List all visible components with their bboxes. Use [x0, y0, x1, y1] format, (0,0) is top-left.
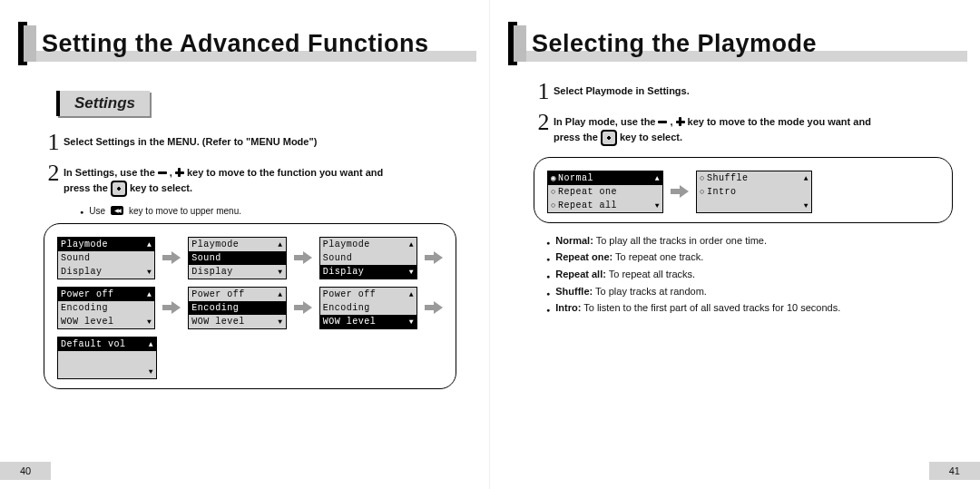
- bullet-icon: [546, 299, 550, 317]
- scroll-down-icon: ▼: [278, 318, 282, 326]
- scroll-up-icon: ▲: [655, 174, 660, 182]
- step-number: 2: [44, 161, 64, 185]
- playmode-descriptions: Normal: To play all the tracks in order …: [546, 232, 944, 317]
- step-2-right: 2 In Play mode, use the , key to move to…: [490, 107, 980, 150]
- step-text-part: key to select.: [620, 130, 682, 145]
- page-title-left: Setting the Advanced Functions: [42, 30, 429, 58]
- scroll-down-icon: ▼: [655, 201, 660, 210]
- menu-row-playmode: Normal▲ Repeat one Repeat all▼ Shuffle▲ …: [547, 171, 939, 213]
- menu-screen: Power off▲ Encoding WOW level▼: [57, 287, 155, 329]
- menu-item: Shuffle: [707, 173, 749, 183]
- scroll-up-icon: ▲: [278, 240, 282, 249]
- scroll-up-icon: ▲: [147, 240, 152, 249]
- menu-row-group1: Playmode▲ Sound Display▼ Playmode▲ Sound…: [57, 237, 443, 279]
- step-1-right: 1 Select Playmode in Settings.: [490, 76, 980, 107]
- radio-icon: [551, 187, 558, 197]
- scroll-up-icon: ▲: [409, 240, 414, 249]
- step-number: 1: [534, 80, 554, 103]
- menu-item: Display: [61, 267, 103, 277]
- plus-icon: [175, 168, 184, 177]
- scroll-down-icon: ▼: [278, 268, 282, 276]
- menu-item: Sound: [61, 253, 91, 263]
- step-text-part: key to select.: [130, 181, 192, 196]
- arrow-right-icon: [162, 251, 181, 264]
- bullet-icon: [546, 266, 550, 283]
- menu-item: Repeat one: [558, 187, 617, 197]
- menu-item: Sound: [191, 253, 221, 263]
- term: Shuffle:: [555, 286, 593, 297]
- step-text-part: press the: [554, 130, 598, 145]
- menu-screen: Playmode▲ Sound Display▼: [57, 237, 155, 279]
- page-right: Selecting the Playmode 1 Select Playmode…: [490, 0, 980, 489]
- scroll-up-icon: ▲: [149, 340, 153, 348]
- bullet-icon: [546, 249, 550, 266]
- menu-item: Playmode: [323, 240, 370, 249]
- menu-item: Display: [323, 267, 365, 277]
- menu-item: Repeat all: [558, 200, 617, 210]
- step-text-part: key to move to the function you want and: [187, 165, 383, 181]
- menu-item: Normal: [558, 173, 593, 183]
- page-title-right: Selecting the Playmode: [532, 30, 817, 58]
- term: Normal:: [555, 235, 593, 246]
- select-button-icon: [601, 130, 617, 146]
- arrow-right-icon: [425, 301, 443, 314]
- title-marker-icon: [18, 22, 34, 65]
- menu-row-group2: Power off▲ Encoding WOW level▼ Power off…: [57, 287, 443, 329]
- title-marker-icon: [508, 22, 524, 65]
- settings-panel: Playmode▲ Sound Display▼ Playmode▲ Sound…: [44, 223, 456, 389]
- menu-item: Intro: [707, 187, 737, 197]
- step-number: 1: [44, 131, 64, 154]
- arrow-right-icon: [162, 301, 181, 314]
- menu-screen: Power off▲ Encoding WOW level▼: [188, 287, 286, 329]
- radio-icon: [700, 187, 707, 197]
- menu-item: Power off: [191, 289, 245, 299]
- step-text: Select Settings in the MENU. (Refer to "…: [64, 131, 317, 150]
- bullet-icon: [546, 232, 550, 249]
- menu-item: WOW level: [191, 317, 245, 327]
- radio-icon: [700, 173, 707, 183]
- menu-item: Encoding: [323, 303, 370, 313]
- scroll-up-icon: ▲: [147, 290, 152, 298]
- menu-item: Display: [191, 267, 233, 277]
- step-text-part: press the: [64, 181, 108, 196]
- playmode-panel: Normal▲ Repeat one Repeat all▼ Shuffle▲ …: [534, 157, 953, 223]
- radio-icon: [551, 200, 558, 210]
- bullet-icon: [80, 206, 83, 216]
- radio-selected-icon: [551, 173, 558, 183]
- step-text-part: In Settings, use the: [64, 165, 155, 181]
- scroll-up-icon: ▲: [278, 290, 282, 298]
- note-text-a: Use: [89, 206, 105, 216]
- desc-text: To play tracks at random.: [593, 286, 707, 297]
- desc-text: To repeat all tracks.: [606, 269, 695, 279]
- rewind-icon: [111, 206, 123, 215]
- term: Repeat all:: [555, 269, 606, 279]
- minus-icon: [158, 171, 167, 174]
- scroll-down-icon: ▼: [149, 367, 153, 376]
- step-2-left: 2 In Settings, use the , key to move to …: [0, 158, 489, 200]
- menu-item: Power off: [61, 289, 114, 299]
- scroll-down-icon: ▼: [147, 318, 152, 326]
- page-number-left: 40: [0, 462, 51, 480]
- minus-icon: [658, 121, 667, 123]
- term: Repeat one:: [555, 251, 612, 262]
- menu-screen: Power off▲ Encoding WOW level▼: [319, 287, 417, 329]
- step-1-left: 1 Select Settings in the MENU. (Refer to…: [0, 127, 489, 158]
- note-text-b: key to move to upper menu.: [129, 206, 241, 216]
- step-text-part: key to move to the mode you want and: [688, 114, 871, 130]
- section-heading-settings: Settings: [56, 91, 150, 116]
- menu-screen: Shuffle▲ Intro ▼: [696, 171, 812, 213]
- select-button-icon: [111, 181, 127, 197]
- menu-screen: Playmode▲ Sound Display▼: [319, 237, 417, 279]
- menu-screen: Playmode▲ Sound Display▼: [188, 237, 286, 279]
- menu-item: WOW level: [323, 317, 377, 327]
- page-number-right: 41: [929, 462, 980, 480]
- menu-row-single: Default vol▲ ▼: [57, 337, 443, 379]
- scroll-down-icon: ▼: [409, 318, 414, 326]
- scroll-down-icon: ▼: [804, 201, 808, 210]
- term: Intro:: [555, 302, 581, 313]
- desc-text: To play all the tracks in order one time…: [593, 235, 767, 246]
- desc-text: To repeat one track.: [612, 251, 703, 262]
- note-line: Use key to move to upper menu.: [80, 206, 489, 216]
- desc-text: To listen to the first part of all saved…: [581, 302, 840, 313]
- title-bar-right: Selecting the Playmode: [490, 22, 980, 65]
